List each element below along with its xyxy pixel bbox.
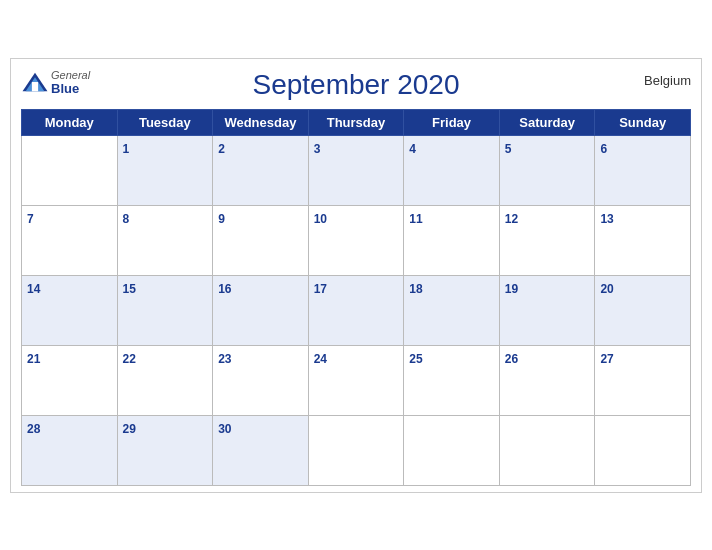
calendar-day-cell: 4 [404,135,500,205]
day-number: 9 [218,212,225,226]
day-number: 5 [505,142,512,156]
day-number: 13 [600,212,613,226]
day-number: 11 [409,212,422,226]
calendar-day-cell: 3 [308,135,404,205]
calendar-day-cell: 22 [117,345,213,415]
calendar-title: September 2020 [252,69,459,101]
day-number: 12 [505,212,518,226]
header-tuesday: Tuesday [117,109,213,135]
calendar-week-row: 123456 [22,135,691,205]
header-saturday: Saturday [499,109,595,135]
calendar-day-cell [499,415,595,485]
calendar-week-row: 78910111213 [22,205,691,275]
day-number: 22 [123,352,136,366]
calendar-week-row: 282930 [22,415,691,485]
calendar-week-row: 14151617181920 [22,275,691,345]
calendar-day-cell: 24 [308,345,404,415]
calendar-day-cell: 13 [595,205,691,275]
calendar-day-cell [595,415,691,485]
calendar-day-cell: 7 [22,205,118,275]
calendar-day-cell: 6 [595,135,691,205]
calendar-body: 1234567891011121314151617181920212223242… [22,135,691,485]
calendar-day-cell: 23 [213,345,309,415]
calendar-day-cell: 2 [213,135,309,205]
day-number: 28 [27,422,40,436]
calendar-day-cell: 17 [308,275,404,345]
calendar-day-cell: 16 [213,275,309,345]
calendar-day-cell: 21 [22,345,118,415]
day-number: 23 [218,352,231,366]
calendar-day-cell: 14 [22,275,118,345]
day-number: 29 [123,422,136,436]
calendar-day-cell [404,415,500,485]
calendar-day-cell [22,135,118,205]
day-number: 18 [409,282,422,296]
day-number: 30 [218,422,231,436]
day-number: 17 [314,282,327,296]
day-number: 2 [218,142,225,156]
header-sunday: Sunday [595,109,691,135]
day-number: 21 [27,352,40,366]
header-monday: Monday [22,109,118,135]
calendar-day-cell: 1 [117,135,213,205]
day-number: 24 [314,352,327,366]
day-number: 4 [409,142,416,156]
calendar-day-cell [308,415,404,485]
calendar-day-cell: 12 [499,205,595,275]
calendar-day-cell: 25 [404,345,500,415]
calendar-day-cell: 30 [213,415,309,485]
logo-area: General Blue [21,69,90,96]
day-number: 19 [505,282,518,296]
header-wednesday: Wednesday [213,109,309,135]
day-number: 14 [27,282,40,296]
day-number: 8 [123,212,130,226]
day-number: 20 [600,282,613,296]
day-number: 10 [314,212,327,226]
calendar-day-cell: 9 [213,205,309,275]
calendar-day-cell: 5 [499,135,595,205]
generalblue-logo-icon [21,71,49,93]
day-number: 26 [505,352,518,366]
svg-rect-2 [32,82,38,91]
calendar-day-cell: 19 [499,275,595,345]
calendar-day-cell: 11 [404,205,500,275]
weekday-header-row: Monday Tuesday Wednesday Thursday Friday… [22,109,691,135]
header-friday: Friday [404,109,500,135]
calendar-day-cell: 27 [595,345,691,415]
header-thursday: Thursday [308,109,404,135]
calendar-day-cell: 15 [117,275,213,345]
logo-general-text: General [51,69,90,81]
calendar-day-cell: 18 [404,275,500,345]
day-number: 16 [218,282,231,296]
calendar-day-cell: 8 [117,205,213,275]
day-number: 15 [123,282,136,296]
calendar-day-cell: 28 [22,415,118,485]
day-number: 25 [409,352,422,366]
calendar-day-cell: 26 [499,345,595,415]
calendar-container: General Blue September 2020 Belgium Mond… [10,58,702,493]
day-number: 27 [600,352,613,366]
day-number: 7 [27,212,34,226]
calendar-table: Monday Tuesday Wednesday Thursday Friday… [21,109,691,486]
calendar-day-cell: 10 [308,205,404,275]
calendar-day-cell: 20 [595,275,691,345]
day-number: 1 [123,142,130,156]
calendar-week-row: 21222324252627 [22,345,691,415]
country-label: Belgium [644,73,691,88]
logo-blue-text: Blue [51,81,90,96]
calendar-header: General Blue September 2020 Belgium [21,69,691,101]
day-number: 6 [600,142,607,156]
calendar-day-cell: 29 [117,415,213,485]
day-number: 3 [314,142,321,156]
